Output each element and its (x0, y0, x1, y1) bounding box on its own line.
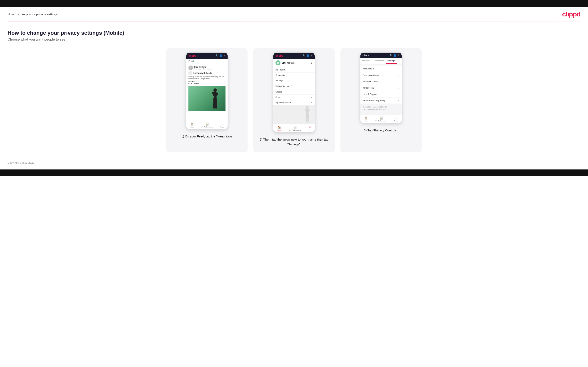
phone2-performance-nav[interactable]: 📊 My Performance (289, 125, 301, 131)
settings-item-golf-bag[interactable]: My Golf Bag › (360, 85, 402, 91)
top-bar (0, 0, 588, 7)
step-card-3: < Back 🔍 👤 ⚙ My Profile Connections Sett… (340, 48, 422, 152)
search-icon: 🔍 (216, 54, 218, 57)
duration-value: 01 hr : 30 min (189, 83, 199, 85)
chevron-up-icon: ▲ (310, 61, 312, 64)
menu-item-profile[interactable]: My Profile (273, 67, 315, 73)
settings-tabs: My Profile Connections Settings (360, 58, 402, 64)
header: How to change your privacy settings clip… (0, 7, 588, 18)
chevron-down-icon-home: ▼ (311, 96, 312, 98)
svg-rect-12 (306, 114, 307, 119)
user-icon-2: 👤 (306, 54, 309, 57)
duration-label: Duration (189, 81, 195, 83)
logo: clippd (562, 10, 580, 18)
menu-item-connections[interactable]: Connections (273, 73, 315, 78)
menu-expandable-performance[interactable]: My Performance ▼ (273, 100, 315, 105)
phone2-topbar: clippd 🔍 👤 ⚙ (273, 53, 315, 59)
phone3-bottombar: 🏠 Home 📊 My Performance ☰ Menu (360, 115, 402, 123)
feed-user-subtitle: Yesterday · Sunningdale (194, 68, 212, 70)
settings-item-help[interactable]: Help & Support ↗ (360, 91, 402, 97)
menu-expandable-home[interactable]: Home ▼ (273, 95, 315, 100)
phone2-menu-content: B Blair McHarg ▲ My Profile Connections … (273, 59, 315, 124)
phone3-icons: 🔍 👤 ⚙ (389, 54, 399, 57)
tab-settings[interactable]: Settings (386, 58, 397, 64)
external-link-icon-service: ↗ (398, 100, 399, 101)
phone-mockup-2: clippd 🔍 👤 ⚙ B Blair McHarg ▲ (273, 52, 315, 132)
step-card-1: clippd 🔍 👤 ⚙ Feed B Blair McHarg (166, 48, 248, 152)
chevron-right-account: › (398, 67, 399, 70)
svg-rect-14 (306, 119, 307, 123)
home-icon: 🏠 (190, 123, 194, 125)
feed-username: Blair McHarg (194, 66, 212, 68)
lesson-icon: 📋 (189, 71, 192, 75)
svg-point-0 (213, 88, 217, 92)
home-label: Home (190, 126, 194, 128)
svg-rect-13 (307, 114, 309, 119)
chart-icon-2: 📊 (293, 125, 297, 129)
svg-rect-6 (213, 104, 215, 108)
golf-bg-area (273, 105, 315, 124)
menu-icon: ☰ (221, 123, 223, 125)
version-line2: GQL Server Version: 2022.7.30-1 (363, 108, 399, 111)
back-button[interactable]: < Back (363, 54, 369, 57)
menu-item-logout[interactable]: Logout (273, 89, 315, 95)
menu-item-settings[interactable]: Settings (273, 78, 315, 83)
steps-row: clippd 🔍 👤 ⚙ Feed B Blair McHarg (8, 48, 580, 152)
phone2-home-nav[interactable]: 🏠 Home (277, 125, 282, 131)
settings-list-inner: My Account › Data Integrations › Privacy… (360, 64, 402, 115)
chart-icon-3: 📊 (380, 117, 383, 120)
step2-caption: 2) Then, tap the arrow next to your name… (258, 137, 330, 147)
bottom-bar (0, 169, 588, 176)
phone-mockup-3: < Back 🔍 👤 ⚙ My Profile Connections Sett… (360, 52, 402, 123)
lesson-title: Lesson with Fordy (193, 72, 212, 74)
phone1-home-nav[interactable]: 🏠 Home (190, 123, 194, 128)
phone1-menu-nav[interactable]: ☰ Menu (220, 123, 224, 128)
settings-item-service[interactable]: Service & Privacy Policy ↗ (360, 98, 402, 104)
chevron-right-golf: › (398, 87, 399, 89)
phone3-performance-nav[interactable]: 📊 My Performance (375, 117, 387, 122)
chevron-right-data: › (398, 74, 399, 76)
home-icon-2: 🏠 (278, 125, 281, 129)
external-link-icon: ↗ (290, 85, 292, 87)
golfer-silhouette-2 (302, 105, 312, 124)
svg-rect-15 (308, 119, 309, 123)
settings-item-data-integrations[interactable]: Data Integrations › (360, 72, 402, 78)
golf-image (189, 86, 225, 111)
phone3-menu-nav[interactable]: ☰ Menu (394, 117, 398, 122)
home-label-2: Home (277, 129, 282, 131)
version-line1: Clippd Client Version: 2022.8.3-3 (363, 106, 399, 108)
tab-connections[interactable]: Connections (372, 58, 386, 64)
menu-username: Blair McHarg (282, 62, 295, 64)
page-subtitle: Choose what you want people to see (8, 37, 580, 42)
feed-duration: Duration 01 hr : 30 min (189, 81, 225, 85)
menu-user-row[interactable]: B Blair McHarg ▲ (273, 59, 315, 67)
home-icon-3: 🏠 (364, 117, 368, 120)
menu-avatar: B (276, 60, 280, 65)
chevron-right-privacy: › (398, 80, 399, 83)
footer: Copyright Clippd 2022 (0, 157, 588, 169)
main-content: How to change your privacy settings (Mob… (0, 21, 588, 157)
phone1-performance-nav[interactable]: 📊 My Performance (201, 123, 213, 128)
phone3-home-nav[interactable]: 🏠 Home (364, 117, 368, 122)
menu-item-help[interactable]: Help & Support ↗ (273, 83, 315, 89)
tab-my-profile[interactable]: My Profile (360, 58, 372, 64)
user-icon: 👤 (219, 54, 222, 57)
settings-item-my-account[interactable]: My Account › (360, 66, 402, 72)
svg-rect-4 (213, 98, 215, 104)
performance-label-2: My Performance (289, 129, 301, 131)
phone2-icons: 🔍 👤 ⚙ (303, 54, 312, 57)
feed-lesson-row: 📋 Lesson with Fordy (189, 71, 225, 75)
feed-post: B Blair McHarg Yesterday · Sunningdale 📋… (186, 64, 228, 112)
close-label: ✕ (309, 129, 311, 131)
svg-rect-5 (215, 98, 217, 104)
search-icon-2: 🔍 (303, 54, 305, 57)
phone2-close-nav[interactable]: ✕ ✕ (309, 125, 311, 131)
menu-user-left: B Blair McHarg (276, 60, 295, 65)
feed-user-row: B Blair McHarg Yesterday · Sunningdale (189, 66, 225, 70)
phone1-topbar: clippd 🔍 👤 ⚙ (186, 53, 228, 59)
avatar: B (189, 66, 193, 70)
settings-item-privacy-controls[interactable]: Privacy Controls › (360, 78, 402, 85)
feed-desc: Looking to feel like my hands are exitin… (189, 76, 225, 80)
phone2-bottombar: 🏠 Home 📊 My Performance ✕ ✕ (273, 124, 315, 132)
settings-icon-2: ⚙ (311, 54, 312, 57)
